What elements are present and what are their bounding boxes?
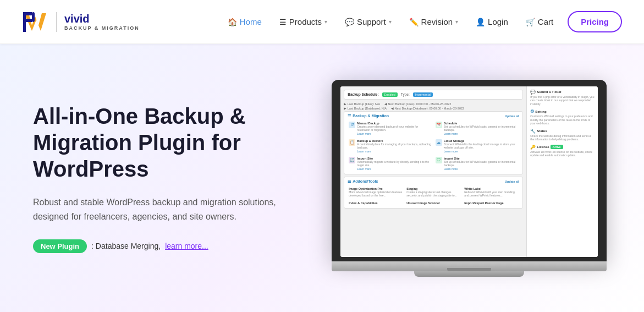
login-icon: 👤 — [476, 18, 485, 26]
logo-icon — [22, 8, 51, 36]
plugin-sidebar: 💬 Submit a Ticket If you find a php erro… — [526, 86, 598, 257]
addon-index: Index & Capabilities — [348, 200, 404, 206]
next-backup-files: ◀ Next Backup (Files): 00:00:00 - March-… — [384, 102, 451, 106]
addon-image-scanner: Unused Image Scanner — [405, 200, 461, 206]
sidebar-setting: ⚙ Setting Customize WPvivid settings to … — [530, 109, 595, 125]
hero-badge-row: New Plugin : Database Merging, learn mor… — [33, 239, 317, 253]
main-nav: 🏠 Home ☰ Products ▾ 💬 Support ▾ ✏️ Revis… — [220, 11, 622, 32]
sidebar-submit-ticket: 💬 Submit a Ticket If you find a php erro… — [530, 90, 595, 106]
sidebar-license: 🔑 License Active Activate WPvivid Pro li… — [530, 145, 595, 157]
home-icon: 🏠 — [228, 18, 237, 26]
logo-text: vivid BACKUP & MIGRATION — [64, 13, 140, 31]
cloud-storage-text: Cloud Storage Connect WPvivid to the lea… — [444, 139, 519, 153]
card-cloud-storage: ☁ Cloud Storage Connect WPvivid to the l… — [434, 138, 520, 154]
laptop-base — [332, 261, 607, 271]
enabled-badge: Enabled — [382, 92, 398, 97]
cloud-storage-icon: ☁ — [436, 139, 442, 146]
backup-restore-text: Backup & Restore A centralized place for… — [357, 139, 432, 153]
hero-image: Backup Schedule: Enabled Type: Increment… — [328, 80, 612, 277]
nav-products[interactable]: ☰ Products ▾ — [272, 13, 335, 31]
addons-section: ☰ Addons/Tools Update all Image Optimiza… — [344, 177, 523, 209]
backup-info-row2: ▶ Last Backup (Database): N/A ◀ Next Bac… — [344, 107, 523, 110]
card-schedule: 📅 Schedule Set up schedules for WPvivid … — [434, 121, 520, 136]
card-backup-restore: 📋 Backup & Restore A centralized place f… — [348, 138, 433, 154]
status-icon: 🔧 — [530, 129, 536, 134]
section-title: ☰ Backup & Migration Update all — [348, 114, 519, 118]
pricing-button[interactable]: Pricing — [568, 11, 622, 32]
learn-more-link[interactable]: learn more... — [165, 242, 208, 250]
header: vivid BACKUP & MIGRATION 🏠 Home ☰ Produc… — [0, 0, 644, 44]
hero-section: All-in-One Backup & Migration Plugin for… — [0, 44, 644, 312]
import-site2-text: Import Site Set up schedules for WPvivid… — [444, 157, 519, 171]
hero-title: All-in-One Backup & Migration Plugin for… — [33, 103, 317, 182]
addon-staging: Staging Create a staging site to test ch… — [405, 186, 461, 199]
addon-white-label: White Label Rebrand WPvivid with your ow… — [463, 186, 519, 199]
addons-title: ☰ Addons/Tools Update all — [348, 179, 519, 184]
last-backup-files: ▶ Last Backup (Files): N/A — [344, 102, 380, 106]
new-plugin-badge: New Plugin — [33, 239, 87, 253]
card-import-site: 🔄 Import Site Automatically migrate a we… — [348, 156, 433, 172]
logo-brand: vivid — [64, 13, 140, 25]
svg-rect-3 — [23, 12, 32, 15]
schedule-text: Schedule Set up schedules for WPvivid st… — [444, 122, 519, 135]
backup-info-row: ▶ Last Backup (Files): N/A ◀ Next Backup… — [344, 102, 523, 106]
addon-import-export: Import/Export Post or Page — [463, 200, 519, 206]
laptop-stand — [414, 271, 524, 277]
update-all-link[interactable]: Update all — [505, 114, 519, 118]
laptop-screen: Backup Schedule: Enabled Type: Increment… — [332, 80, 607, 261]
products-icon: ☰ — [279, 18, 287, 26]
nav-support[interactable]: 💬 Support ▾ — [337, 13, 399, 31]
products-chevron: ▾ — [324, 19, 327, 25]
plugin-main-area: Backup Schedule: Enabled Type: Increment… — [340, 86, 526, 257]
nav-login[interactable]: 👤 Login — [468, 13, 516, 31]
card-import-site2: 🛡 Import Site Set up schedules for WPviv… — [434, 156, 520, 172]
nav-revision[interactable]: ✏️ Revision ▾ — [401, 13, 466, 31]
badge-text: : Database Merging, — [91, 242, 161, 250]
license-active-badge: Active — [551, 145, 563, 149]
next-backup-db: ◀ Next Backup (Database): 00:00:00 - Mar… — [391, 107, 464, 110]
schedule-label: Backup Schedule: — [348, 92, 378, 96]
addons-grid: Image Optimization Pro More advanced ima… — [348, 186, 519, 206]
plugin-top-bar: Backup Schedule: Enabled Type: Increment… — [344, 90, 523, 100]
ticket-icon: 💬 — [530, 90, 536, 95]
backup-restore-icon: 📋 — [349, 139, 355, 146]
sidebar-status: 🔧 Status Check the website debug informa… — [530, 129, 595, 141]
plugin-screenshot: Backup Schedule: Enabled Type: Increment… — [340, 86, 598, 257]
setting-icon: ⚙ — [530, 109, 534, 114]
cart-icon: 🛒 — [526, 18, 535, 26]
nav-cart[interactable]: 🛒 Cart — [518, 13, 561, 31]
import-site-icon: 🔄 — [349, 157, 355, 163]
backup-section: ☰ Backup & Migration Update all ⏱ Manual… — [344, 111, 523, 174]
addons-update-all[interactable]: Update all — [505, 180, 519, 183]
plugin-ui: Backup Schedule: Enabled Type: Increment… — [340, 86, 598, 257]
license-icon: 🔑 — [530, 145, 536, 150]
hero-subtitle: Robust and stable WordPress backup and m… — [33, 195, 297, 223]
schedule-icon: 📅 — [436, 122, 442, 128]
plugin-cards-grid: ⏱ Manual Backup Creates an on-demand bac… — [348, 121, 519, 172]
import-site-text: Import Site Automatically migrate a webs… — [357, 157, 432, 171]
type-label: Type: — [401, 92, 410, 96]
last-backup-db: ▶ Last Backup (Database): N/A — [344, 107, 387, 110]
support-icon: 💬 — [345, 18, 354, 26]
addon-image-opt: Image Optimization Pro More advanced ima… — [348, 186, 404, 199]
revision-chevron: ▾ — [455, 19, 458, 25]
nav-home[interactable]: 🏠 Home — [220, 13, 269, 31]
manual-backup-icon: ⏱ — [349, 122, 355, 128]
laptop-mockup: Backup Schedule: Enabled Type: Increment… — [332, 80, 607, 277]
logo: vivid BACKUP & MIGRATION — [22, 8, 140, 36]
card-manual-backup: ⏱ Manual Backup Creates an on-demand bac… — [348, 121, 433, 136]
svg-rect-4 — [23, 19, 32, 22]
hero-content: All-in-One Backup & Migration Plugin for… — [33, 103, 317, 253]
type-badge: Incremental — [413, 92, 433, 97]
import-site2-icon: 🛡 — [436, 157, 442, 163]
svg-rect-5 — [32, 12, 35, 22]
logo-tagline: BACKUP & MIGRATION — [64, 25, 140, 31]
revision-icon: ✏️ — [409, 18, 419, 26]
manual-backup-text: Manual Backup Creates an on-demand backu… — [357, 122, 432, 135]
support-chevron: ▾ — [389, 19, 392, 25]
